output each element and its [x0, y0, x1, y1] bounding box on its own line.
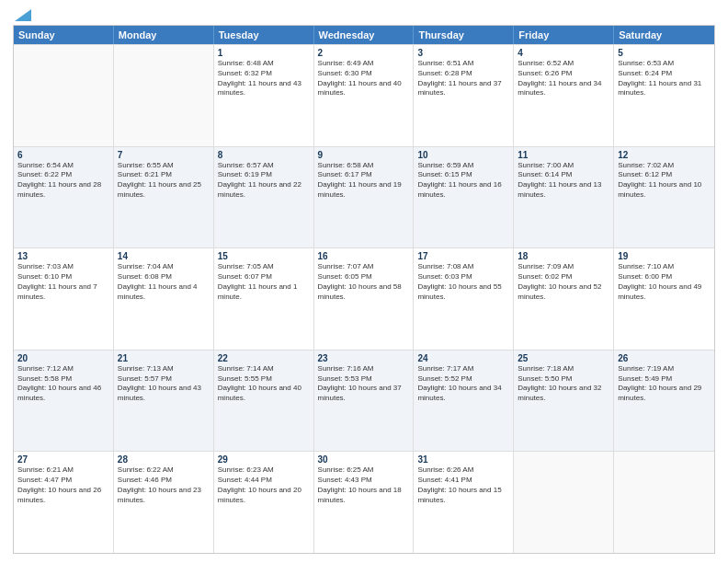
- day-header-thursday: Thursday: [414, 26, 514, 44]
- day-number: 26: [618, 353, 711, 363]
- calendar-header: SundayMondayTuesdayWednesdayThursdayFrid…: [14, 26, 714, 44]
- cell-info: Sunrise: 6:52 AMSunset: 6:26 PMDaylight:…: [518, 59, 609, 98]
- day-number: 21: [118, 353, 210, 363]
- day-cell-15: 15Sunrise: 7:05 AMSunset: 6:07 PMDayligh…: [214, 248, 314, 350]
- cell-info: Sunrise: 6:21 AMSunset: 4:47 PMDaylight:…: [17, 465, 109, 505]
- day-cell-7: 7Sunrise: 6:55 AMSunset: 6:21 PMDaylight…: [114, 147, 214, 248]
- cell-info: Sunrise: 6:23 AMSunset: 4:44 PMDaylight:…: [218, 465, 310, 505]
- logo: [13, 9, 31, 21]
- day-cell-1: 1Sunrise: 6:48 AMSunset: 6:32 PMDaylight…: [214, 45, 314, 146]
- cell-info: Sunrise: 7:03 AMSunset: 6:10 PMDaylight:…: [17, 262, 109, 302]
- cell-info: Sunrise: 6:53 AMSunset: 6:24 PMDaylight:…: [618, 59, 711, 98]
- cell-info: Sunrise: 7:17 AMSunset: 5:52 PMDaylight:…: [417, 364, 509, 404]
- day-number: 27: [17, 454, 109, 465]
- day-number: 28: [118, 454, 210, 465]
- cell-info: Sunrise: 7:13 AMSunset: 5:57 PMDaylight:…: [118, 364, 210, 404]
- day-cell-6: 6Sunrise: 6:54 AMSunset: 6:22 PMDaylight…: [14, 147, 114, 248]
- cell-info: Sunrise: 6:55 AMSunset: 6:21 PMDaylight:…: [118, 161, 210, 201]
- day-header-tuesday: Tuesday: [214, 26, 314, 44]
- day-header-friday: Friday: [514, 26, 614, 44]
- week-row-4: 20Sunrise: 7:12 AMSunset: 5:58 PMDayligh…: [14, 350, 714, 452]
- day-number: 16: [318, 251, 410, 261]
- empty-cell: [114, 45, 214, 146]
- cell-info: Sunrise: 6:59 AMSunset: 6:15 PMDaylight:…: [417, 161, 509, 201]
- day-cell-24: 24Sunrise: 7:17 AMSunset: 5:52 PMDayligh…: [414, 350, 514, 452]
- cell-info: Sunrise: 7:16 AMSunset: 5:53 PMDaylight:…: [318, 364, 410, 404]
- day-cell-2: 2Sunrise: 6:49 AMSunset: 6:30 PMDaylight…: [314, 45, 415, 146]
- cell-info: Sunrise: 7:04 AMSunset: 6:08 PMDaylight:…: [118, 262, 210, 302]
- week-row-2: 6Sunrise: 6:54 AMSunset: 6:22 PMDaylight…: [14, 146, 714, 248]
- cell-info: Sunrise: 7:09 AMSunset: 6:02 PMDaylight:…: [518, 262, 609, 302]
- calendar: SundayMondayTuesdayWednesdayThursdayFrid…: [13, 25, 715, 554]
- cell-info: Sunrise: 7:08 AMSunset: 6:03 PMDaylight:…: [417, 262, 509, 302]
- cell-info: Sunrise: 6:22 AMSunset: 4:46 PMDaylight:…: [118, 465, 210, 505]
- week-row-5: 27Sunrise: 6:21 AMSunset: 4:47 PMDayligh…: [14, 451, 714, 553]
- day-cell-11: 11Sunrise: 7:00 AMSunset: 6:14 PMDayligh…: [514, 147, 614, 248]
- empty-cell: [614, 452, 714, 553]
- day-number: 31: [417, 454, 509, 465]
- empty-cell: [14, 45, 114, 146]
- day-number: 12: [618, 150, 711, 160]
- cell-info: Sunrise: 7:18 AMSunset: 5:50 PMDaylight:…: [518, 364, 609, 404]
- cell-info: Sunrise: 6:58 AMSunset: 6:17 PMDaylight:…: [318, 161, 410, 201]
- cell-info: Sunrise: 6:26 AMSunset: 4:41 PMDaylight:…: [417, 465, 509, 505]
- cell-info: Sunrise: 7:02 AMSunset: 6:12 PMDaylight:…: [618, 161, 711, 201]
- day-number: 3: [417, 48, 509, 58]
- day-number: 11: [518, 150, 609, 160]
- day-cell-21: 21Sunrise: 7:13 AMSunset: 5:57 PMDayligh…: [114, 350, 214, 452]
- day-number: 10: [417, 150, 509, 160]
- day-number: 1: [218, 48, 310, 58]
- day-cell-9: 9Sunrise: 6:58 AMSunset: 6:17 PMDaylight…: [314, 147, 415, 248]
- cell-info: Sunrise: 7:00 AMSunset: 6:14 PMDaylight:…: [518, 161, 609, 201]
- day-number: 18: [518, 251, 609, 261]
- cell-info: Sunrise: 7:05 AMSunset: 6:07 PMDaylight:…: [218, 262, 310, 302]
- cell-info: Sunrise: 6:48 AMSunset: 6:32 PMDaylight:…: [218, 59, 310, 98]
- day-cell-8: 8Sunrise: 6:57 AMSunset: 6:19 PMDaylight…: [214, 147, 314, 248]
- day-number: 17: [417, 251, 509, 261]
- day-number: 4: [518, 48, 609, 58]
- day-number: 25: [518, 353, 609, 363]
- day-number: 24: [417, 353, 509, 363]
- day-cell-20: 20Sunrise: 7:12 AMSunset: 5:58 PMDayligh…: [14, 350, 114, 452]
- day-cell-28: 28Sunrise: 6:22 AMSunset: 4:46 PMDayligh…: [114, 452, 214, 553]
- cell-info: Sunrise: 6:51 AMSunset: 6:28 PMDaylight:…: [417, 59, 509, 98]
- day-number: 19: [618, 251, 711, 261]
- header: [13, 9, 715, 21]
- day-cell-25: 25Sunrise: 7:18 AMSunset: 5:50 PMDayligh…: [514, 350, 614, 452]
- day-cell-22: 22Sunrise: 7:14 AMSunset: 5:55 PMDayligh…: [214, 350, 314, 452]
- cell-info: Sunrise: 7:12 AMSunset: 5:58 PMDaylight:…: [17, 364, 109, 404]
- week-row-3: 13Sunrise: 7:03 AMSunset: 6:10 PMDayligh…: [14, 247, 714, 350]
- day-cell-27: 27Sunrise: 6:21 AMSunset: 4:47 PMDayligh…: [14, 452, 114, 553]
- day-cell-4: 4Sunrise: 6:52 AMSunset: 6:26 PMDaylight…: [514, 45, 614, 146]
- day-cell-10: 10Sunrise: 6:59 AMSunset: 6:15 PMDayligh…: [414, 147, 514, 248]
- day-cell-26: 26Sunrise: 7:19 AMSunset: 5:49 PMDayligh…: [614, 350, 714, 452]
- day-number: 5: [618, 48, 711, 58]
- day-cell-13: 13Sunrise: 7:03 AMSunset: 6:10 PMDayligh…: [14, 248, 114, 350]
- day-number: 15: [218, 251, 310, 261]
- day-number: 8: [218, 150, 310, 160]
- day-cell-29: 29Sunrise: 6:23 AMSunset: 4:44 PMDayligh…: [214, 452, 314, 553]
- page: SundayMondayTuesdayWednesdayThursdayFrid…: [0, 0, 728, 563]
- day-cell-3: 3Sunrise: 6:51 AMSunset: 6:28 PMDaylight…: [414, 45, 514, 146]
- cell-info: Sunrise: 7:07 AMSunset: 6:05 PMDaylight:…: [318, 262, 410, 302]
- day-cell-31: 31Sunrise: 6:26 AMSunset: 4:41 PMDayligh…: [414, 452, 514, 553]
- empty-cell: [514, 452, 614, 553]
- day-cell-5: 5Sunrise: 6:53 AMSunset: 6:24 PMDaylight…: [614, 45, 714, 146]
- cell-info: Sunrise: 6:49 AMSunset: 6:30 PMDaylight:…: [318, 59, 410, 98]
- day-number: 2: [318, 48, 410, 58]
- cell-info: Sunrise: 7:14 AMSunset: 5:55 PMDaylight:…: [218, 364, 310, 404]
- day-cell-30: 30Sunrise: 6:25 AMSunset: 4:43 PMDayligh…: [314, 452, 415, 553]
- day-number: 20: [17, 353, 109, 363]
- day-number: 22: [218, 353, 310, 363]
- day-number: 29: [218, 454, 310, 465]
- svg-marker-0: [15, 9, 31, 21]
- cell-info: Sunrise: 7:10 AMSunset: 6:00 PMDaylight:…: [618, 262, 711, 302]
- day-number: 14: [118, 251, 210, 261]
- day-number: 13: [17, 251, 109, 261]
- cell-info: Sunrise: 7:19 AMSunset: 5:49 PMDaylight:…: [618, 364, 711, 404]
- day-header-saturday: Saturday: [614, 26, 714, 44]
- week-row-1: 1Sunrise: 6:48 AMSunset: 6:32 PMDaylight…: [14, 44, 714, 146]
- day-number: 7: [118, 150, 210, 160]
- day-cell-17: 17Sunrise: 7:08 AMSunset: 6:03 PMDayligh…: [414, 248, 514, 350]
- day-number: 9: [318, 150, 410, 160]
